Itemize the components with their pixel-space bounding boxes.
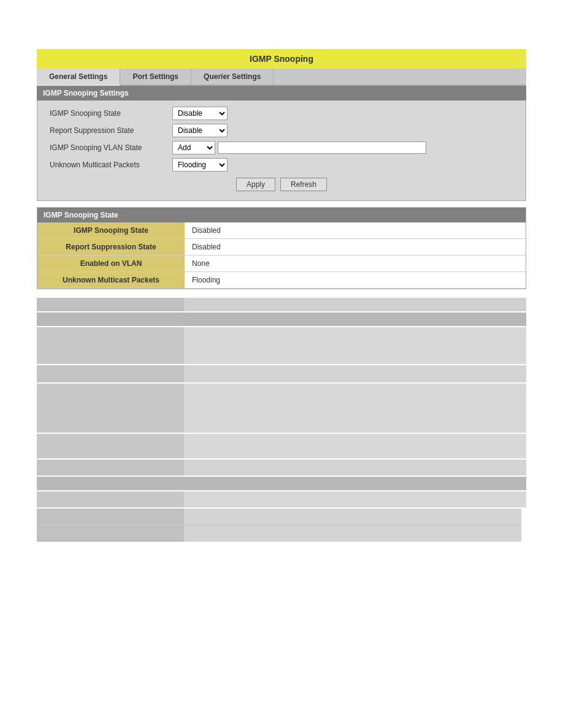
status-value-igmp-state: Disabled [185,222,526,239]
ghost-cell-6-right [184,491,526,507]
apply-button[interactable]: Apply [236,178,275,191]
ghost-cell-3-right [184,384,526,433]
ghost-header-row [37,298,526,311]
ghost-row-6 [37,491,526,507]
ghost-cell-3-left [37,384,184,433]
report-suppression-row: Report Suppression State Disable Enable [50,124,513,137]
status-row-unknown-multicast: Unknown Multicast Packets Flooding [37,272,526,289]
ghost-row-5 [37,460,526,476]
page-title: IGMP Snooping [37,49,526,69]
buttons-row: Apply Refresh [50,178,513,191]
ghost-cell-5-right [184,460,526,476]
status-section: IGMP Snooping State IGMP Snooping State … [37,207,526,289]
ghost-cell-4-right [184,434,526,458]
tab-querier-settings[interactable]: Querier Settings [191,69,274,85]
ghost-narrow-right-1 [184,509,521,525]
ghost-cell-5-left [37,460,184,476]
ghost-narrow-row-1 [37,509,521,525]
vlan-state-row: IGMP Snooping VLAN State Add Remove [50,141,513,154]
igmp-state-select[interactable]: Disable Enable [172,107,228,120]
ghost-narrow-right-2 [184,526,521,542]
ghost-row-3 [37,384,526,433]
ghost-section-header-1 [37,313,526,326]
report-suppression-label: Report Suppression State [50,126,172,135]
ghost-row-4 [37,434,526,458]
igmp-state-row: IGMP Snooping State Disable Enable [50,107,513,120]
vlan-state-select[interactable]: Add Remove [172,141,215,154]
igmp-state-control: Disable Enable [172,107,228,120]
status-row-enabled-vlan: Enabled on VLAN None [37,256,526,272]
ghost-row-2 [37,365,526,382]
ghost-narrow-row-2 [37,526,521,542]
ghost-narrow-left-1 [37,509,184,525]
tabs-bar: General Settings Port Settings Querier S… [37,69,526,86]
ghost-section [37,298,526,542]
settings-section-header: IGMP Snooping Settings [37,86,526,100]
tab-general-settings[interactable]: General Settings [37,69,120,86]
ghost-narrow-section [37,509,521,542]
status-row-report-suppression: Report Suppression State Disabled [37,239,526,256]
settings-area: IGMP Snooping State Disable Enable Repor… [37,100,526,201]
status-value-enabled-vlan: None [185,256,526,272]
ghost-row-1 [37,327,526,364]
status-value-unknown-multicast: Flooding [185,272,526,289]
status-row-igmp-state: IGMP Snooping State Disabled [37,222,526,239]
ghost-cell-4-left [37,434,184,458]
status-label-igmp-state: IGMP Snooping State [37,222,185,239]
igmp-state-label: IGMP Snooping State [50,109,172,118]
vlan-state-input[interactable] [218,142,426,154]
ghost-cell-1-right [184,327,526,364]
ghost-header-left [37,298,184,311]
refresh-button[interactable]: Refresh [280,178,327,191]
unknown-multicast-row: Unknown Multicast Packets Flooding Drop [50,158,513,172]
ghost-cell-6-left [37,491,184,507]
ghost-narrow-left-2 [37,526,184,542]
status-section-header: IGMP Snooping State [37,208,526,222]
report-suppression-control: Disable Enable [172,124,228,137]
status-table: IGMP Snooping State Disabled Report Supp… [37,222,526,289]
ghost-section-header-2 [37,477,526,490]
report-suppression-select[interactable]: Disable Enable [172,124,228,137]
status-label-report-suppression: Report Suppression State [37,239,185,256]
vlan-state-control: Add Remove [172,141,426,154]
unknown-multicast-label: Unknown Multicast Packets [50,161,172,169]
status-value-report-suppression: Disabled [185,239,526,256]
status-label-unknown-multicast: Unknown Multicast Packets [37,272,185,289]
ghost-header-right [184,298,526,311]
page-wrapper: IGMP Snooping General Settings Port Sett… [0,0,563,728]
ghost-cell-2-right [184,365,526,382]
ghost-cell-1-left [37,327,184,364]
tab-port-settings[interactable]: Port Settings [120,69,191,85]
status-label-enabled-vlan: Enabled on VLAN [37,256,185,272]
vlan-state-label: IGMP Snooping VLAN State [50,143,172,152]
ghost-cell-2-left [37,365,184,382]
unknown-multicast-control: Flooding Drop [172,158,228,172]
unknown-multicast-select[interactable]: Flooding Drop [172,158,228,172]
